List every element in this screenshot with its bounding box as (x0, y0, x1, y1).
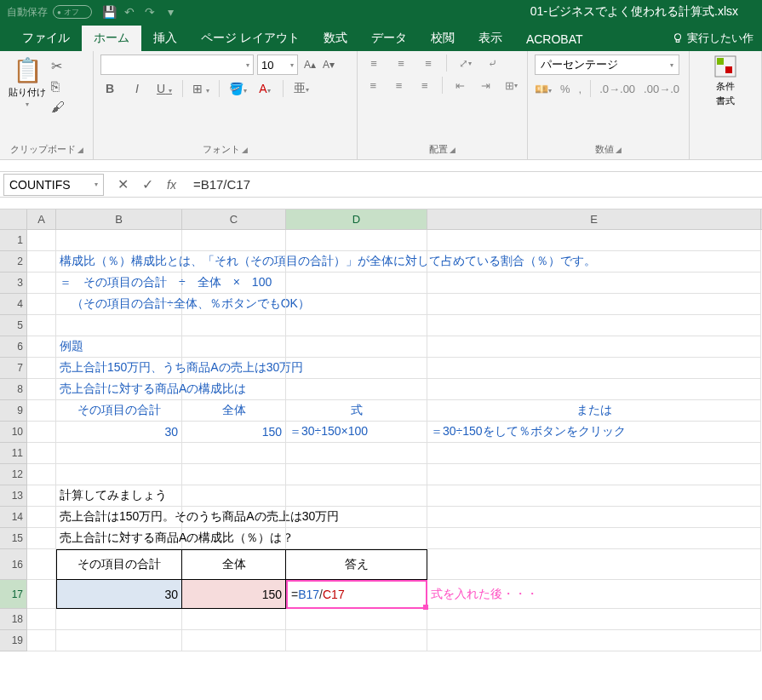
cell-B13[interactable]: 計算してみましょう (56, 485, 182, 507)
cell[interactable] (427, 464, 761, 485)
decrease-font-icon[interactable]: A▾ (320, 55, 337, 75)
name-box[interactable]: COUNTIFS▾ (3, 174, 104, 196)
row-header[interactable]: 14 (0, 507, 27, 528)
tell-me-search[interactable]: 実行したい作 (663, 26, 762, 51)
dialog-launcher-icon[interactable]: ◢ (242, 146, 248, 154)
cell[interactable] (427, 315, 761, 336)
font-size-selector[interactable]: 10▾ (257, 55, 298, 75)
formula-input[interactable]: =B17/C17 (186, 177, 762, 192)
decrease-indent-icon[interactable]: ⇤ (451, 77, 468, 94)
cell[interactable] (286, 315, 427, 336)
insert-function-icon[interactable]: fx (167, 178, 176, 192)
font-name-selector[interactable]: ▾ (100, 55, 254, 75)
cell[interactable] (27, 336, 56, 358)
increase-decimal-icon[interactable]: .0→.00 (599, 83, 635, 95)
format-painter-icon[interactable]: 🖌 (51, 100, 65, 115)
cell[interactable] (27, 315, 56, 336)
align-left-icon[interactable]: ≡ (364, 77, 381, 94)
qat-more-icon[interactable]: ▾ (163, 5, 177, 19)
cell[interactable] (427, 358, 761, 379)
cell-B2[interactable]: 構成比（％）構成比とは、「それ（その項目の合計）」が全体に対して占めている割合（… (56, 251, 182, 273)
cell[interactable] (182, 630, 286, 651)
align-middle-icon[interactable]: ≡ (392, 55, 410, 72)
cell-E10[interactable]: ＝30÷150をして％ボタンをクリック (427, 422, 761, 443)
comma-format-icon[interactable]: , (579, 83, 582, 95)
cell-B17[interactable]: 30 (56, 580, 182, 609)
cell[interactable] (286, 630, 427, 651)
cell[interactable] (182, 464, 286, 485)
cell[interactable] (182, 507, 286, 528)
cell[interactable] (182, 358, 286, 379)
cell-D10[interactable]: ＝30÷150×100 (286, 422, 427, 443)
dialog-launcher-icon[interactable]: ◢ (616, 146, 622, 154)
tab-formulas[interactable]: 数式 (312, 26, 359, 51)
cell[interactable] (182, 379, 286, 400)
tab-insert[interactable]: 挿入 (141, 26, 189, 51)
row-header[interactable]: 11 (0, 443, 27, 464)
cell-C9[interactable]: 全体 (182, 400, 286, 422)
cell[interactable] (27, 609, 56, 630)
cell-B6[interactable]: 例題 (56, 336, 182, 358)
number-format-selector[interactable]: パーセンテージ▾ (535, 55, 679, 75)
tab-review[interactable]: 校閲 (419, 26, 467, 51)
cell[interactable] (27, 580, 56, 609)
cell[interactable] (56, 464, 182, 485)
cell-B7[interactable]: 売上合計150万円、うち商品Aの売上は30万円 (56, 358, 182, 379)
cell-B10[interactable]: 30 (56, 422, 182, 443)
cell-B3[interactable]: ＝ その項目の合計 ÷ 全体 × 100 (56, 273, 182, 294)
row-header[interactable]: 2 (0, 251, 27, 273)
decrease-decimal-icon[interactable]: .00→.0 (644, 83, 679, 95)
cell[interactable] (427, 507, 761, 528)
cell[interactable] (286, 358, 427, 379)
cell-B4[interactable]: （その項目の合計÷全体、％ボタンでもOK） (56, 294, 182, 315)
cell[interactable] (286, 379, 427, 400)
cell[interactable] (427, 336, 761, 358)
cell[interactable] (286, 485, 427, 507)
phonetic-button[interactable]: 亜▾ (292, 81, 311, 96)
spreadsheet-grid[interactable]: A B C D E 1 2構成比（％）構成比とは、「それ（その項目の合計）」が全… (0, 209, 762, 651)
row-header[interactable]: 17 (0, 580, 27, 609)
row-header[interactable]: 9 (0, 400, 27, 422)
merge-cells-icon[interactable]: ⊞▾ (503, 77, 520, 94)
paste-button[interactable]: 📋 貼り付け ▾ (7, 55, 48, 141)
accounting-format-icon[interactable]: 💴▾ (535, 83, 552, 95)
dialog-launcher-icon[interactable]: ◢ (450, 146, 455, 154)
cell[interactable] (27, 379, 56, 400)
cell[interactable] (56, 315, 182, 336)
cell[interactable] (286, 507, 427, 528)
cell[interactable] (286, 464, 427, 485)
redo-icon[interactable]: ↷ (143, 5, 157, 19)
cell[interactable] (286, 273, 427, 294)
cell[interactable] (427, 609, 761, 630)
cell[interactable] (286, 294, 427, 315)
cell[interactable] (27, 251, 56, 273)
cell[interactable] (427, 485, 761, 507)
cell-E17[interactable]: 式を入れた後・・・ (427, 580, 761, 609)
fill-color-button[interactable]: 🪣▾ (228, 82, 247, 95)
cell-B8[interactable]: 売上合計に対する商品Aの構成比は (56, 379, 182, 400)
cell[interactable] (427, 443, 761, 464)
row-header[interactable]: 8 (0, 379, 27, 400)
underline-button[interactable]: U ▾ (155, 82, 174, 95)
cell-C10[interactable]: 150 (182, 422, 286, 443)
cell[interactable] (182, 294, 286, 315)
save-icon[interactable]: 💾 (102, 5, 116, 19)
cell[interactable] (27, 464, 56, 485)
cell[interactable] (182, 230, 286, 251)
cell[interactable] (286, 528, 427, 549)
cell[interactable] (27, 294, 56, 315)
align-center-icon[interactable]: ≡ (390, 77, 407, 94)
cell[interactable] (286, 230, 427, 251)
cancel-formula-icon[interactable]: ✕ (117, 176, 129, 192)
align-right-icon[interactable]: ≡ (416, 77, 433, 94)
cell-C16[interactable]: 全体 (182, 549, 286, 580)
col-header-E[interactable]: E (427, 209, 761, 229)
italic-button[interactable]: I (128, 82, 146, 95)
bold-button[interactable]: B (100, 82, 119, 95)
cell[interactable] (27, 358, 56, 379)
cell[interactable] (56, 230, 182, 251)
cell[interactable] (427, 630, 761, 651)
row-header[interactable]: 5 (0, 315, 27, 336)
copy-icon[interactable]: ⎘ (51, 79, 65, 95)
wrap-text-icon[interactable]: ⤶ (483, 55, 501, 72)
